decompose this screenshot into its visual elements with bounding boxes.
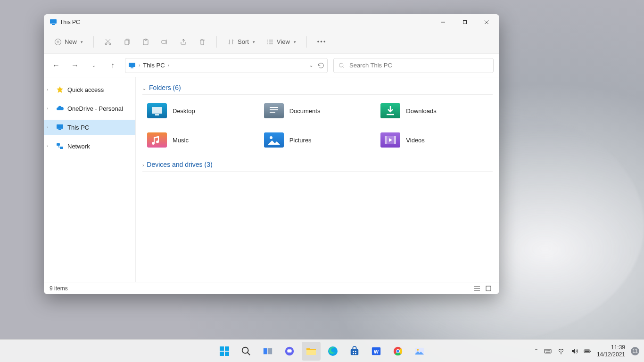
search-icon (339, 62, 345, 69)
scissors-icon (104, 38, 112, 46)
svg-rect-25 (225, 346, 229, 351)
recent-locations-button[interactable]: ⌄ (87, 59, 100, 72)
view-button[interactable]: View ▾ (262, 34, 301, 50)
minimize-button[interactable] (432, 14, 454, 30)
svg-point-12 (339, 63, 343, 67)
start-button[interactable] (215, 342, 234, 361)
svg-rect-38 (353, 353, 354, 354)
sidebar-item-label: OneDrive - Personal (67, 105, 123, 112)
tray-overflow-button[interactable]: ⌃ (534, 348, 538, 354)
refresh-icon[interactable] (318, 62, 324, 69)
folder-desktop[interactable]: Desktop (147, 100, 259, 121)
svg-rect-26 (220, 352, 224, 356)
sidebar-item-onedrive[interactable]: › OneDrive - Personal (44, 101, 135, 116)
chevron-down-icon[interactable]: ⌄ (309, 63, 313, 68)
svg-rect-36 (353, 351, 354, 352)
sidebar-item-quick-access[interactable]: › Quick access (44, 82, 135, 97)
chevron-right-icon[interactable]: › (47, 144, 52, 148)
chevron-right-icon[interactable]: › (47, 106, 52, 111)
svg-point-50 (561, 353, 561, 354)
breadcrumb-separator: › (139, 63, 140, 68)
search-box[interactable] (333, 58, 494, 73)
taskbar-search-button[interactable] (237, 342, 256, 361)
battery-icon[interactable] (584, 347, 591, 355)
sidebar-item-label: This PC (67, 124, 89, 131)
section-devices-header[interactable]: › Devices and drives (3) (142, 158, 493, 172)
command-toolbar: New ▾ Sort ▾ View ▾ ••• (44, 30, 499, 54)
file-explorer-window: This PC New ▾ Sort ▾ View ▾ ••• (44, 14, 499, 294)
sidebar-item-this-pc[interactable]: › This PC (44, 120, 135, 135)
tray-date: 14/12/2021 (597, 351, 625, 358)
large-icons-view-button[interactable] (483, 283, 494, 294)
volume-icon[interactable] (570, 347, 578, 355)
svg-rect-2 (463, 21, 467, 24)
system-tray: ⌃ 11:39 14/12/2021 11 (534, 344, 639, 358)
sort-button[interactable]: Sort ▾ (223, 34, 260, 50)
sidebar-item-label: Quick access (67, 86, 104, 93)
maximize-button[interactable] (454, 14, 476, 30)
svg-rect-33 (306, 350, 316, 355)
svg-rect-30 (268, 348, 272, 354)
file-explorer-taskbar-icon[interactable] (302, 342, 321, 361)
breadcrumb-root[interactable]: This PC (143, 62, 165, 69)
sidebar-item-network[interactable]: › Network (44, 139, 135, 154)
word-taskbar-icon[interactable]: W (367, 342, 386, 361)
svg-point-46 (396, 349, 399, 352)
folder-documents[interactable]: Documents (264, 100, 376, 121)
notifications-badge[interactable]: 11 (631, 347, 639, 355)
section-folders-header[interactable]: ⌄ Folders (6) (142, 81, 493, 95)
details-view-button[interactable] (472, 283, 482, 294)
close-button[interactable] (476, 14, 497, 30)
search-input[interactable] (349, 62, 488, 69)
more-button[interactable]: ••• (313, 34, 331, 50)
content-pane: ⌄ Folders (6) Desktop Documents Download… (136, 77, 499, 282)
forward-button[interactable]: → (68, 59, 82, 72)
documents-folder-icon (264, 103, 284, 118)
svg-rect-29 (264, 348, 267, 354)
pictures-folder-icon (264, 132, 284, 148)
folder-label: Music (173, 137, 189, 144)
view-button-label: View (277, 38, 290, 45)
task-view-button[interactable] (258, 342, 277, 361)
address-bar[interactable]: › This PC › ⌄ (125, 58, 328, 73)
chevron-right-icon[interactable]: › (47, 125, 52, 130)
cut-button[interactable] (99, 34, 116, 50)
wifi-icon[interactable] (557, 347, 565, 355)
svg-rect-22 (394, 136, 396, 144)
edge-taskbar-icon[interactable] (323, 342, 342, 361)
folder-downloads[interactable]: Downloads (380, 100, 493, 121)
delete-button[interactable] (194, 34, 211, 50)
svg-rect-6 (125, 40, 129, 45)
section-devices-label: Devices and drives (3) (147, 161, 212, 168)
sort-button-label: Sort (238, 38, 249, 45)
up-button[interactable]: ↑ (106, 59, 119, 72)
tray-time: 11:39 (597, 344, 625, 351)
svg-point-48 (417, 349, 419, 351)
music-folder-icon (147, 132, 167, 148)
monitor-icon (128, 62, 136, 69)
chat-button[interactable] (280, 342, 299, 361)
titlebar[interactable]: This PC (44, 14, 499, 30)
chevron-right-icon[interactable]: › (47, 87, 52, 92)
folder-pictures[interactable]: Pictures (264, 130, 376, 150)
svg-rect-37 (355, 351, 356, 352)
copy-button[interactable] (118, 34, 135, 50)
svg-rect-39 (355, 353, 356, 354)
photos-taskbar-icon[interactable] (410, 342, 429, 361)
rename-button[interactable] (156, 34, 173, 50)
store-taskbar-icon[interactable] (345, 342, 364, 361)
paste-button[interactable] (137, 34, 154, 50)
svg-rect-23 (486, 286, 491, 291)
folder-music[interactable]: Music (147, 130, 259, 150)
keyboard-icon[interactable] (544, 347, 552, 355)
folder-videos[interactable]: Videos (380, 130, 493, 150)
videos-folder-icon (380, 132, 400, 148)
svg-rect-27 (225, 352, 229, 356)
plus-circle-icon (54, 38, 62, 46)
new-button-label: New (65, 38, 77, 45)
new-button[interactable]: New ▾ (50, 34, 88, 50)
chrome-taskbar-icon[interactable] (388, 342, 407, 361)
share-button[interactable] (175, 34, 192, 50)
back-button[interactable]: ← (50, 59, 63, 72)
clock-button[interactable]: 11:39 14/12/2021 (597, 344, 625, 358)
